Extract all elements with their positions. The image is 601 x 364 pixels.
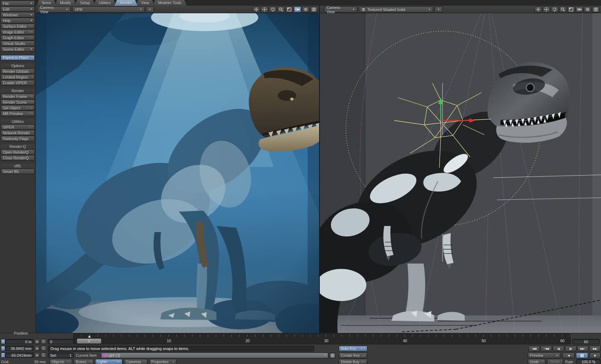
pan-view-icon[interactable] bbox=[543, 6, 550, 13]
current-item-dropdown[interactable]: Light (3) ▼ bbox=[101, 353, 328, 358]
timeline-ruler[interactable]: 10 20 30 40 50 60 0 bbox=[73, 334, 571, 344]
rotate-view-icon[interactable] bbox=[269, 6, 277, 13]
auto-key-button[interactable]: Auto Key+F1 bbox=[339, 346, 367, 351]
image-editor-button[interactable]: Image EditorF6 bbox=[1, 29, 35, 35]
play-reverse-button[interactable]: ◀ bbox=[562, 353, 575, 358]
limited-region-button[interactable]: Limited Regionl bbox=[1, 74, 35, 80]
delete-key-button[interactable]: Delete Keydel bbox=[339, 359, 367, 364]
network-render-button[interactable]: Network Render bbox=[1, 130, 35, 136]
right-viewport-menu-popup[interactable]: ▼ bbox=[435, 6, 443, 13]
y-envelope-button[interactable]: E bbox=[40, 346, 47, 351]
undo-button[interactable]: Undo^Z bbox=[528, 359, 546, 364]
go-to-start-button[interactable]: |◀◀ bbox=[528, 346, 540, 351]
pause-button[interactable] bbox=[576, 353, 588, 358]
render-frame-button[interactable]: Render FrameF9 bbox=[1, 94, 35, 99]
viper-button[interactable]: VIPERF7 bbox=[1, 124, 35, 130]
layout-view-icon[interactable] bbox=[592, 6, 600, 13]
tab-view[interactable]: View bbox=[136, 0, 155, 6]
camera-view-icon[interactable] bbox=[294, 6, 301, 13]
left-view-type-popup[interactable]: Camera View ▼ bbox=[38, 6, 71, 13]
previous-keyframe-button[interactable]: +◀◀ bbox=[541, 346, 552, 351]
lights-mode-button[interactable]: Lights+L bbox=[95, 359, 122, 364]
step-forward-button[interactable]: ||▶ bbox=[565, 346, 576, 351]
layout-view-icon[interactable] bbox=[310, 6, 318, 13]
play-forward-button[interactable]: ▶ bbox=[590, 353, 601, 358]
render-scene-button[interactable]: Render SceneF10 bbox=[1, 99, 35, 105]
zoom-view-icon[interactable] bbox=[559, 6, 567, 13]
y-axis-button[interactable]: Y bbox=[1, 346, 5, 351]
list-view-icon[interactable] bbox=[302, 6, 309, 13]
item-picker-icon[interactable] bbox=[329, 353, 336, 358]
menu-windows[interactable]: Windows▼ bbox=[1, 12, 35, 18]
right-render-mode-popup[interactable]: T Textured Shaded Solid ▼ bbox=[359, 6, 433, 13]
minmax-view-icon[interactable] bbox=[567, 6, 575, 13]
light-item-icon bbox=[103, 354, 106, 357]
bones-mode-button[interactable]: Bones+B bbox=[74, 359, 94, 364]
menu-edit[interactable]: Edit▼ bbox=[1, 6, 35, 12]
x-position-field[interactable]: 0 m bbox=[5, 339, 34, 344]
move-view-icon[interactable] bbox=[534, 6, 542, 13]
left-viewport-canvas[interactable] bbox=[36, 13, 319, 333]
rate-field[interactable]: 100.0 % bbox=[576, 359, 601, 364]
tab-modeler-tools[interactable]: Modeler Tools bbox=[153, 0, 187, 6]
pan-view-icon[interactable] bbox=[261, 6, 268, 13]
graph-editor-button[interactable]: Graph Editor^F2 bbox=[1, 35, 35, 40]
frame-slider-handle[interactable]: 0 bbox=[77, 338, 102, 344]
preview-dropdown[interactable]: Preview▼ bbox=[528, 353, 561, 358]
camera-view-icon[interactable] bbox=[576, 6, 583, 13]
x-axis-button[interactable]: X bbox=[1, 339, 5, 344]
open-renderq-button[interactable]: Open RenderQ bbox=[1, 149, 35, 155]
cameras-mode-button[interactable]: Cameras+C bbox=[124, 359, 147, 364]
sel-object-button[interactable]: Sel ObjectF11 bbox=[1, 105, 35, 110]
parent-in-place-button[interactable]: Parent in Place bbox=[1, 55, 35, 60]
tab-utilities[interactable]: Utilities bbox=[93, 0, 116, 6]
properties-button[interactable]: Propertiesp bbox=[149, 359, 177, 364]
create-key-button[interactable]: Create Keyret bbox=[339, 353, 367, 358]
right-viewport-header: Camera View ▼ T Textured Shaded Solid ▼ … bbox=[320, 6, 601, 13]
opengl-scene bbox=[320, 13, 601, 333]
scene-editor-button[interactable]: Scene Editor▼ bbox=[1, 46, 35, 52]
x-stepper[interactable]: ◂▸ bbox=[34, 339, 40, 344]
redo-button[interactable]: Redo bbox=[547, 359, 563, 364]
current-frame-field[interactable]: 0 bbox=[48, 339, 74, 344]
virtual-studio-button[interactable]: Virtual Studio bbox=[1, 41, 35, 46]
enable-viper-button[interactable]: Enable VIPER bbox=[1, 80, 35, 85]
chevron-down-icon: ▼ bbox=[324, 354, 326, 357]
right-viewport-canvas[interactable] bbox=[320, 13, 601, 333]
left-render-mode-popup[interactable]: VPR ▼ bbox=[72, 6, 145, 13]
section-render-q: Render-Q bbox=[1, 144, 35, 149]
timeline-ticks bbox=[74, 335, 570, 337]
chevron-down-icon: ▼ bbox=[149, 8, 151, 11]
next-keyframe-button[interactable]: ▶▶+ bbox=[577, 346, 588, 351]
move-view-icon[interactable] bbox=[253, 6, 260, 13]
menu-help[interactable]: Help▼ bbox=[1, 18, 35, 23]
step-back-button[interactable]: ◀|| bbox=[553, 346, 564, 351]
surface-editor-button[interactable]: Surface EditorF5 bbox=[1, 24, 35, 29]
tab-setup[interactable]: Setup bbox=[75, 0, 95, 6]
close-renderq-button[interactable]: Close RenderQ bbox=[1, 155, 35, 161]
menu-file[interactable]: File▼ bbox=[1, 1, 35, 6]
render-globals-button[interactable]: Render Globals bbox=[1, 69, 35, 74]
smart-ibl-button[interactable]: Smart IBL bbox=[1, 169, 35, 174]
go-to-end-button[interactable]: ▶▶| bbox=[589, 346, 601, 351]
end-frame-field[interactable]: 60 bbox=[572, 339, 600, 344]
z-envelope-button[interactable]: E bbox=[40, 353, 47, 358]
rotate-view-icon[interactable] bbox=[551, 6, 558, 13]
y-position-field[interactable]: 39.9992 mm bbox=[5, 346, 34, 351]
zoom-view-icon[interactable] bbox=[277, 6, 285, 13]
z-axis-button[interactable]: Z bbox=[1, 353, 5, 358]
selection-set-field[interactable]: Set:1 bbox=[48, 353, 74, 358]
tab-render[interactable]: Render bbox=[114, 0, 137, 6]
mb-preview-button[interactable]: MB Preview+F9 bbox=[1, 111, 35, 116]
z-stepper[interactable]: ◂▸ bbox=[34, 353, 40, 358]
minmax-view-icon[interactable] bbox=[285, 6, 293, 13]
radiosity-flags-button[interactable]: Radiosity Flags bbox=[1, 136, 35, 141]
chevron-down-icon: ▼ bbox=[352, 8, 355, 11]
right-view-type-popup[interactable]: Camera View ▼ bbox=[324, 6, 357, 13]
list-view-icon[interactable] bbox=[584, 6, 591, 13]
left-viewport-menu-popup[interactable]: ▼ bbox=[146, 6, 154, 13]
z-position-field[interactable]: -65.0419mm bbox=[5, 353, 34, 358]
y-stepper[interactable]: ◂▸ bbox=[34, 346, 40, 351]
objects-mode-button[interactable]: Objects+O bbox=[49, 359, 72, 364]
x-envelope-button[interactable]: E bbox=[40, 339, 47, 344]
